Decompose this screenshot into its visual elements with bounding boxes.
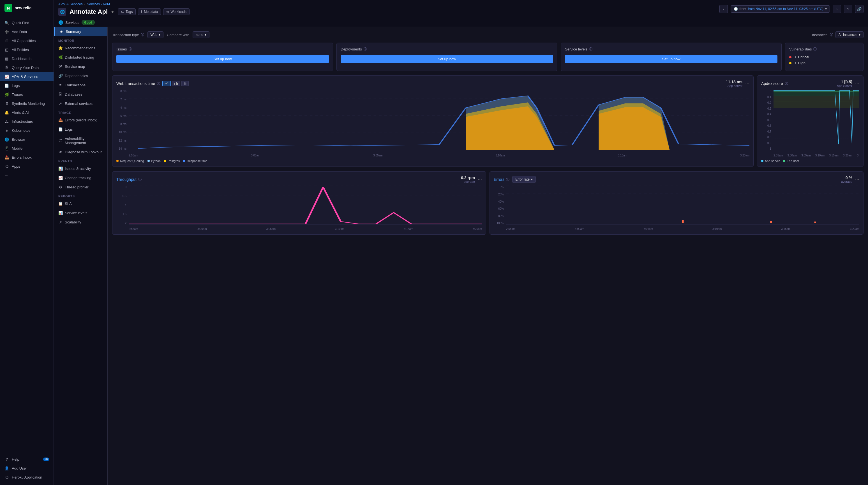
sidebar-item-quick-find[interactable]: 🔍 Quick Find bbox=[0, 18, 54, 27]
sidebar-item-kubernetes[interactable]: ⎈ Kubernetes bbox=[0, 126, 54, 135]
left-nav-service-levels-report[interactable]: 📊 Service levels bbox=[54, 208, 107, 217]
left-nav-errors-inbox[interactable]: 📥 Errors (errors inbox) bbox=[54, 116, 107, 125]
breadcrumb-apm[interactable]: APM & Services bbox=[58, 2, 83, 6]
plus-icon: ➕ bbox=[4, 29, 9, 34]
transaction-type-select[interactable]: Web ▾ bbox=[148, 31, 163, 38]
sidebar-item-apps[interactable]: ⬡ Apps bbox=[0, 162, 54, 171]
workloads-icon: ⊛ bbox=[166, 10, 169, 14]
errors-more-btn[interactable]: ··· bbox=[855, 177, 859, 182]
percent-chart-btn[interactable]: % bbox=[181, 81, 189, 86]
reports-section-label: REPORTS bbox=[54, 192, 107, 199]
sidebar-item-mobile[interactable]: 📱 Mobile bbox=[0, 144, 54, 153]
legend-request-queuing: Request Queuing bbox=[116, 159, 144, 162]
breadcrumb-services[interactable]: Services - APM bbox=[87, 2, 110, 6]
metadata-button[interactable]: ℹ Metadata bbox=[138, 8, 161, 15]
sidebar-item-heroku[interactable]: ⬡ Heroku Application bbox=[0, 473, 54, 482]
star-icon[interactable]: ★ bbox=[111, 10, 114, 14]
apdex-stat: 1 [0.5] App Server bbox=[837, 80, 852, 88]
workloads-button[interactable]: ⊛ Workloads bbox=[163, 8, 189, 15]
star-nav-icon: ⭐ bbox=[58, 46, 63, 50]
left-nav-databases[interactable]: 🗄 Databases bbox=[54, 90, 107, 99]
left-nav-distributed-tracing[interactable]: 🌿 Distributed tracing bbox=[54, 53, 107, 62]
throughput-title: Throughput ⓘ bbox=[116, 177, 142, 182]
next-time-btn[interactable]: › bbox=[833, 5, 841, 13]
list-icon: ≡ bbox=[58, 83, 63, 87]
mobile-icon: 📱 bbox=[4, 146, 9, 151]
sidebar-item-browser[interactable]: 🌐 Browser bbox=[0, 135, 54, 144]
service-levels-card-title: Service levels ⓘ bbox=[565, 47, 777, 52]
sla-icon: 📋 bbox=[58, 202, 63, 206]
sidebar-item-add-data[interactable]: ➕ Add Data bbox=[0, 27, 54, 36]
sidebar-item-synthetic-monitoring[interactable]: 🖥 Synthetic Monitoring bbox=[0, 99, 54, 108]
issues-setup-btn[interactable]: Set up now bbox=[116, 55, 329, 63]
left-nav-vulnerability-mgmt[interactable]: 🛡 Vulnerability Management bbox=[54, 134, 107, 148]
legend-dot-rq bbox=[116, 160, 119, 162]
prev-time-btn[interactable]: ‹ bbox=[719, 5, 728, 13]
apdex-more-btn[interactable]: ··· bbox=[855, 81, 859, 86]
breadcrumb: APM & Services / Services - APM bbox=[58, 2, 189, 6]
sidebar-item-dashboards[interactable]: ▦ Dashboards bbox=[0, 54, 54, 63]
left-nav-recommendations[interactable]: ⭐ Recommendations bbox=[54, 43, 107, 53]
web-transactions-chart: 14 ms 12 ms 10 ms 8 ms 6 ms 4 ms 2 ms 0 … bbox=[116, 90, 749, 157]
grid-icon: ⊞ bbox=[4, 38, 9, 43]
sidebar-item-traces[interactable]: 🌿 Traces bbox=[0, 90, 54, 99]
error-rate-select[interactable]: Error rate ▾ bbox=[512, 176, 536, 183]
database-icon: 🗄 bbox=[4, 65, 9, 70]
transaction-type-label: Transaction type ⓘ bbox=[112, 32, 144, 37]
high-dot bbox=[789, 62, 792, 64]
left-nav-change-tracking[interactable]: 📈 Change tracking bbox=[54, 173, 107, 182]
left-nav-summary[interactable]: ◈ Summary bbox=[54, 27, 107, 36]
service-levels-setup-btn[interactable]: Set up now bbox=[565, 55, 777, 63]
more-icon: ··· bbox=[4, 173, 9, 178]
deployments-info-icon: ⓘ bbox=[364, 47, 367, 52]
left-nav-thread-profiler[interactable]: ⚙ Thread profiler bbox=[54, 182, 107, 192]
bar-chart-btn[interactable] bbox=[172, 81, 180, 86]
wt-more-btn[interactable]: ··· bbox=[745, 81, 749, 86]
line-chart-btn[interactable] bbox=[162, 81, 171, 86]
left-nav-diagnose-lookout[interactable]: 👁 Diagnose with Lookout bbox=[54, 148, 107, 157]
left-nav-transactions[interactable]: ≡ Transactions bbox=[54, 81, 107, 90]
sidebar-item-more[interactable]: ··· bbox=[0, 171, 54, 180]
deployments-setup-btn[interactable]: Set up now bbox=[341, 55, 553, 63]
throughput-chart: 2 1.5 1 0.5 0 bbox=[116, 186, 482, 231]
content-area: ◈ Summary MONITOR ⭐ Recommendations 🌿 Di… bbox=[54, 27, 868, 485]
sidebar-item-infrastructure[interactable]: 🖧 Infrastructure bbox=[0, 117, 54, 126]
sidebar-item-all-capabilities[interactable]: ⊞ All Capabilities bbox=[0, 36, 54, 45]
errors-card: Errors ⓘ Error rate ▾ 0 % average bbox=[490, 171, 864, 235]
sidebar-item-help[interactable]: ? Help 70 bbox=[0, 455, 54, 464]
share-btn[interactable]: 🔗 bbox=[855, 5, 864, 13]
left-nav-external-services[interactable]: ↗ External services bbox=[54, 99, 107, 108]
sidebar-item-apm-services[interactable]: 📈 APM & Services bbox=[0, 72, 54, 81]
critical-vuln: 0 Critical bbox=[789, 55, 859, 59]
summary-cards: Issues ⓘ Set up now Deployments ⓘ Set up… bbox=[112, 42, 864, 71]
left-nav-dependencies[interactable]: 🔗 Dependencies bbox=[54, 71, 107, 81]
activity-nav-icon: 📊 bbox=[58, 166, 63, 171]
errors-icon: 📥 bbox=[58, 118, 63, 122]
left-nav-scalability[interactable]: ↗ Scalability bbox=[54, 217, 107, 227]
left-nav-logs[interactable]: 📄 Logs bbox=[54, 125, 107, 134]
sidebar-item-alerts-ai[interactable]: 🔔 Alerts & AI bbox=[0, 108, 54, 117]
sidebar-item-query-your-data[interactable]: 🗄 Query Your Data bbox=[0, 63, 54, 72]
cpu-icon: ⚙ bbox=[58, 185, 63, 189]
sidebar-item-errors-inbox[interactable]: 📥 Errors Inbox bbox=[0, 153, 54, 162]
vuln-info-icon: ⓘ bbox=[813, 47, 817, 52]
left-nav-service-map[interactable]: 🗺 Service map bbox=[54, 62, 107, 71]
wt-x-axis: 2:55am 3:00am 3:05am 3:10am 3:15am 3:20a… bbox=[129, 154, 749, 157]
sidebar-item-logs[interactable]: 📄 Logs bbox=[0, 81, 54, 90]
left-nav-sla[interactable]: 📋 SLA bbox=[54, 199, 107, 208]
sidebar-item-all-entities[interactable]: ◫ All Entities bbox=[0, 45, 54, 54]
sidebar-item-add-user[interactable]: 👤 Add User bbox=[0, 464, 54, 473]
help-btn[interactable]: ? bbox=[844, 5, 852, 13]
apdex-y-axis: 1 0.9 0.8 0.7 0.6 0.5 0.4 0.3 0.2 0.1 0 bbox=[761, 90, 772, 150]
main-panel: Transaction type ⓘ Web ▾ Compare with no… bbox=[108, 27, 868, 485]
instances-select[interactable]: All instances ▾ bbox=[835, 31, 864, 38]
inbox-icon: 📥 bbox=[4, 155, 9, 159]
left-nav-issues-activity[interactable]: 📊 Issues & activity bbox=[54, 164, 107, 173]
errors-chart-inner bbox=[506, 186, 859, 225]
tags-button[interactable]: 🏷 Tags bbox=[118, 8, 136, 15]
compare-with-select[interactable]: none ▾ bbox=[193, 31, 210, 38]
legend-dot-rt bbox=[183, 160, 185, 162]
time-range-selector[interactable]: 🕐 from from Nov 11, 02:55 am to Nov 11, … bbox=[731, 5, 830, 12]
throughput-more-btn[interactable]: ··· bbox=[478, 177, 482, 182]
shield-icon: 🛡 bbox=[58, 139, 63, 143]
